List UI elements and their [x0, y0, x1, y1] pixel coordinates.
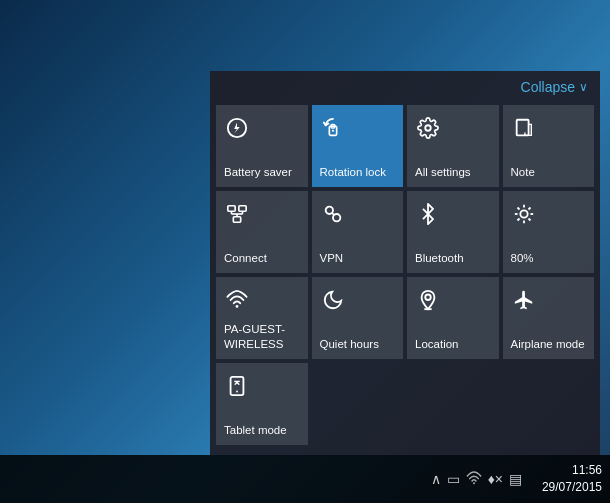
collapse-chevron-icon: ∨ [579, 80, 588, 94]
svg-point-3 [331, 130, 333, 132]
tile-bluetooth[interactable]: Bluetooth [407, 191, 499, 273]
rotation-lock-label: Rotation lock [320, 165, 386, 180]
vpn-label: VPN [320, 251, 344, 266]
tile-vpn[interactable]: VPN [312, 191, 404, 273]
all-settings-icon [417, 117, 439, 145]
tablet-mode-icon [226, 375, 248, 403]
notification-chevron-icon[interactable]: ∧ [431, 471, 441, 487]
tile-location[interactable]: Location [407, 277, 499, 359]
svg-rect-7 [239, 206, 246, 212]
airplane-mode-icon [513, 289, 535, 317]
tile-battery-saver[interactable]: Battery saver [216, 105, 308, 187]
taskbar-clock[interactable]: 11:56 29/07/2015 [532, 462, 602, 496]
tile-tablet-mode[interactable]: Tablet mode [216, 363, 308, 445]
svg-line-22 [528, 218, 530, 220]
rotation-lock-icon [322, 117, 344, 145]
tile-all-settings[interactable]: All settings [407, 105, 499, 187]
tile-airplane-mode[interactable]: Airplane mode [503, 277, 595, 359]
svg-line-15 [332, 213, 334, 215]
collapse-bar[interactable]: Collapse ∨ [210, 71, 600, 101]
taskbar-system-icons: ∧ ▭ ♦× ▤ [431, 471, 522, 488]
tile-connect[interactable]: Connect [216, 191, 308, 273]
svg-point-29 [236, 391, 238, 393]
tile-quiet-hours[interactable]: Quiet hours [312, 277, 404, 359]
quiet-hours-label: Quiet hours [320, 337, 379, 352]
tile-brightness[interactable]: 80% [503, 191, 595, 273]
location-label: Location [415, 337, 458, 352]
bluetooth-label: Bluetooth [415, 251, 464, 266]
battery-taskbar-icon[interactable]: ▭ [447, 471, 460, 487]
action-center-taskbar-icon[interactable]: ▤ [509, 471, 522, 487]
tablet-mode-label: Tablet mode [224, 423, 287, 438]
svg-point-31 [473, 482, 475, 484]
tile-rotation-lock[interactable]: Rotation lock [312, 105, 404, 187]
wifi-label: PA-GUEST-WIRELESS [224, 322, 300, 352]
tile-wifi[interactable]: PA-GUEST-WIRELESS [216, 277, 308, 359]
quiet-hours-icon [322, 289, 344, 317]
svg-line-21 [517, 207, 519, 209]
vpn-icon [322, 203, 344, 231]
wifi-icon [226, 289, 248, 317]
connect-label: Connect [224, 251, 267, 266]
svg-point-14 [333, 214, 340, 221]
svg-rect-6 [228, 206, 235, 212]
svg-point-26 [425, 295, 431, 301]
note-label: Note [511, 165, 535, 180]
svg-point-13 [325, 207, 332, 214]
note-icon [513, 117, 535, 145]
location-icon [417, 289, 439, 317]
svg-point-25 [236, 305, 239, 308]
collapse-label: Collapse [521, 79, 575, 95]
bluetooth-icon [417, 203, 439, 231]
taskbar-date-display: 29/07/2015 [532, 479, 602, 496]
taskbar-time-display: 11:56 [532, 462, 602, 479]
tiles-grid: Battery saver Rotation lock [210, 101, 600, 451]
svg-point-16 [520, 210, 527, 217]
tile-note[interactable]: Note [503, 105, 595, 187]
svg-line-24 [517, 218, 519, 220]
battery-saver-label: Battery saver [224, 165, 292, 180]
taskbar: ∧ ▭ ♦× ▤ 11:56 29/07/2015 [0, 455, 610, 503]
svg-line-23 [528, 207, 530, 209]
volume-taskbar-icon[interactable]: ♦× [488, 471, 503, 487]
action-center-panel: Collapse ∨ Battery saver [210, 71, 600, 455]
brightness-label: 80% [511, 251, 534, 266]
brightness-icon [513, 203, 535, 231]
connect-icon [226, 203, 248, 231]
svg-point-4 [425, 125, 431, 131]
svg-rect-5 [516, 120, 528, 136]
battery-saver-icon [226, 117, 248, 145]
all-settings-label: All settings [415, 165, 471, 180]
airplane-mode-label: Airplane mode [511, 337, 585, 352]
svg-rect-8 [233, 217, 240, 223]
wifi-taskbar-icon[interactable] [466, 471, 482, 488]
